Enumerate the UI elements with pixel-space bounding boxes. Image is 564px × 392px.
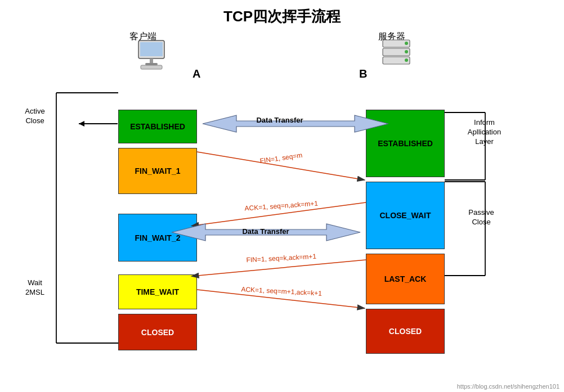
active-close-label: ActiveClose bbox=[12, 107, 57, 126]
data-transfer-top-label: Data Transfer bbox=[256, 116, 303, 124]
svg-point-10 bbox=[405, 58, 408, 62]
svg-rect-1 bbox=[140, 42, 163, 56]
svg-rect-4 bbox=[141, 65, 162, 69]
diagram-container: TCP四次挥手流程 客户端 服务器 A B ESTAB bbox=[0, 0, 564, 392]
client-letter: A bbox=[193, 67, 200, 80]
watermark: https://blog.csdn.net/shihengzhen101 bbox=[457, 383, 559, 390]
time-wait-box: TIME_WAIT bbox=[118, 274, 197, 309]
ack2-label: ACK=1, seq=m+1,ack=k+1 bbox=[241, 285, 323, 298]
page-title: TCP四次挥手流程 bbox=[0, 0, 564, 26]
fin2-label: FIN=1, seq=k,ack=m+1 bbox=[246, 253, 317, 264]
ack1-label: ACK=1, seq=n,ack=m+1 bbox=[244, 199, 319, 212]
svg-rect-3 bbox=[145, 63, 158, 65]
svg-marker-18 bbox=[172, 224, 360, 241]
svg-rect-2 bbox=[150, 58, 153, 63]
wait-2msl-label: Wait2MSL bbox=[12, 278, 57, 298]
established-server-box: ESTABLISHED bbox=[366, 110, 445, 177]
fin-wait-2-box: FIN_WAIT_2 bbox=[118, 214, 197, 262]
close-wait-box: CLOSE_WAIT bbox=[366, 182, 445, 249]
fin2-arrow: FIN=1, seq=k,ack=m+1 bbox=[198, 253, 366, 276]
fin1-label: FIN=1, seq=m bbox=[259, 151, 303, 165]
svg-point-6 bbox=[405, 42, 408, 45]
server-letter: B bbox=[359, 67, 367, 80]
established-client-box: ESTABLISHED bbox=[118, 110, 197, 143]
svg-marker-15 bbox=[203, 115, 388, 132]
inform-app-label: InformApllicationLayer bbox=[455, 118, 514, 147]
svg-marker-25 bbox=[79, 121, 84, 127]
svg-line-19 bbox=[198, 260, 366, 276]
fin1-arrow: FIN=1, seq=m bbox=[197, 151, 365, 180]
data-transfer-bottom-label: Data Transfer bbox=[242, 227, 289, 236]
closed-server-box: CLOSED bbox=[366, 309, 445, 354]
ack1-arrow: ACK=1, seq=n,ack=m+1 bbox=[198, 199, 366, 225]
client-icon bbox=[134, 39, 173, 71]
last-ack-box: LAST_ACK bbox=[366, 254, 445, 304]
arrows-overlay: Data Transfer FIN=1, seq=m ACK=1, seq=n,… bbox=[0, 0, 564, 392]
data-transfer-top-arrow: Data Transfer bbox=[203, 115, 388, 132]
svg-line-17 bbox=[198, 202, 366, 225]
closed-client-box: CLOSED bbox=[118, 314, 197, 350]
ack2-arrow: ACK=1, seq=m+1,ack=k+1 bbox=[197, 285, 365, 308]
data-transfer-bottom-arrow: Data Transfer bbox=[172, 224, 360, 241]
passive-close-label: PassiveClose bbox=[456, 208, 507, 227]
server-icon bbox=[378, 37, 415, 71]
svg-line-16 bbox=[197, 152, 365, 180]
svg-point-8 bbox=[405, 50, 408, 53]
svg-line-20 bbox=[197, 290, 365, 308]
fin-wait-1-box: FIN_WAIT_1 bbox=[118, 148, 197, 194]
